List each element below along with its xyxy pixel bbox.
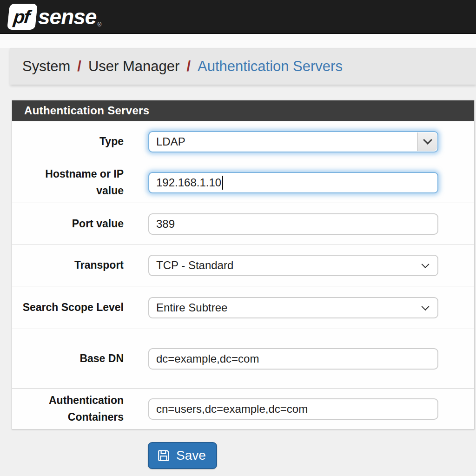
transport-label: Transport [12,257,124,274]
text-cursor [222,176,223,190]
breadcrumb-authentication-servers[interactable]: Authentication Servers [198,58,343,75]
base-dn-input-value: dc=example,dc=com [156,352,259,365]
pfsense-logo[interactable]: pf sense ® [8,4,101,30]
auth-containers-label: Authentication Containers [12,392,124,425]
breadcrumb: System / User Manager / Authentication S… [10,48,476,85]
port-input[interactable]: 389 [148,213,438,235]
breadcrumb-separator: / [77,58,81,75]
form-row-auth-containers: Authentication Containers cn=users,dc=ex… [12,388,474,429]
breadcrumb-separator: / [186,58,191,75]
pfsense-logo-text: sense [38,4,96,30]
hostname-label: Hostname or IP value [12,166,124,199]
breadcrumb-system[interactable]: System [22,58,70,75]
chevron-down-icon [423,135,432,145]
save-button[interactable]: Save [148,442,217,469]
base-dn-label: Base DN [12,350,124,367]
port-label: Port value [12,216,124,232]
auth-servers-panel: Authentication Servers Type LDAP Hostnam… [12,100,475,430]
form-row-base-dn: Base DN dc=example,dc=com [12,329,474,388]
base-dn-input[interactable]: dc=example,dc=com [148,348,438,370]
form-row-type: Type LDAP [12,121,474,162]
select-dropdown-button [417,132,437,151]
transport-select[interactable]: TCP - Standard [148,255,438,276]
search-scope-label: Search Scope Level [12,299,124,316]
form-row-port: Port value 389 [12,203,474,245]
form-actions: Save [148,442,476,469]
registered-mark: ® [97,21,101,30]
pfsense-logo-pf: pf [13,6,32,27]
hostname-input[interactable]: 192.168.1.10 [148,172,438,193]
search-scope-select-value: Entire Subtree [156,301,227,314]
form-row-hostname: Hostname or IP value 192.168.1.10 [12,162,474,203]
type-select[interactable]: LDAP [148,131,438,152]
panel-title: Authentication Servers [12,100,474,121]
auth-containers-input-value: cn=users,dc=example,dc=com [156,403,308,416]
breadcrumb-user-manager[interactable]: User Manager [88,58,179,75]
search-scope-select[interactable]: Entire Subtree [148,297,438,318]
port-input-value: 389 [156,218,175,231]
navbar-gap [0,34,476,48]
hostname-input-value: 192.168.1.10 [156,176,221,189]
chevron-down-icon [422,260,430,268]
chevron-down-icon [422,303,430,311]
top-navbar: pf sense ® [0,0,476,34]
type-label: Type [12,133,124,150]
floppy-disk-icon [157,449,170,462]
transport-select-value: TCP - Standard [156,259,233,272]
auth-containers-input[interactable]: cn=users,dc=example,dc=com [148,398,438,420]
form-row-search-scope: Search Scope Level Entire Subtree [12,286,474,329]
pfsense-logo-box: pf [7,4,38,30]
save-button-label: Save [176,448,206,463]
form-row-transport: Transport TCP - Standard [12,245,474,286]
type-select-value: LDAP [156,135,185,148]
